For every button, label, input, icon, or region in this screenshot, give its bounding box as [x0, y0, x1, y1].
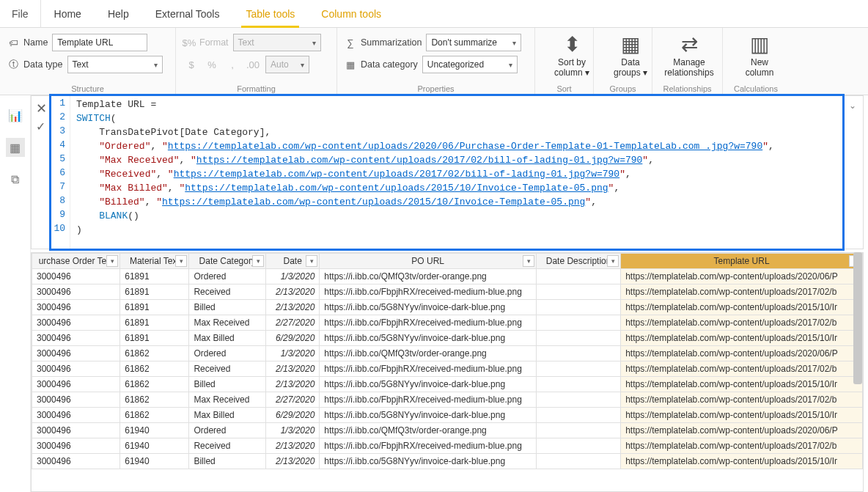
table-row[interactable]: 300049661940Billed2/13/2020https://i.ibb… — [32, 454, 863, 469]
tab-external[interactable]: External Tools — [142, 0, 233, 28]
formula-bar: ✕ ✓ 12345678910Template URL =SWITCH( Tra… — [31, 95, 864, 249]
table-row[interactable]: 300049661862Received2/13/2020https://i.i… — [32, 361, 863, 377]
column-header[interactable]: Date Category▾ — [189, 254, 266, 269]
data-grid[interactable]: urchase Order Text▾Material Text▾Date Ca… — [31, 252, 864, 492]
percent-button[interactable]: % — [204, 56, 220, 73]
filter-icon[interactable]: ▾ — [252, 255, 264, 267]
table-row[interactable]: 300049661891Billed2/13/2020https://i.ibb… — [32, 300, 863, 315]
column-header[interactable]: Material Text▾ — [120, 254, 189, 269]
table-row[interactable]: 300049661891Received2/13/2020https://i.i… — [32, 284, 863, 300]
group-properties: Properties — [345, 83, 527, 93]
model-view-button[interactable]: ⧉ — [6, 170, 25, 189]
sort-icon: ⬍ — [564, 32, 581, 56]
name-input[interactable]: Template URL — [52, 34, 147, 51]
commit-formula-button[interactable]: ✓ — [36, 120, 47, 133]
expand-formula-button[interactable]: ⌄ — [842, 96, 863, 249]
table-row[interactable]: 300049661862Max Received2/27/2020https:/… — [32, 392, 863, 408]
report-view-button[interactable]: 📊 — [6, 106, 25, 125]
currency-button[interactable]: $ — [183, 56, 199, 73]
summarization-label: Summarization — [361, 37, 422, 48]
category-label: Data category — [361, 59, 418, 70]
filter-icon[interactable]: ▾ — [607, 255, 619, 267]
summarization-select[interactable]: Don't summarize▾ — [426, 34, 521, 51]
column-header[interactable]: PO URL▾ — [320, 254, 537, 269]
format-select[interactable]: Text▾ — [233, 34, 321, 51]
manage-relationships-button[interactable]: ⇄ Managerelationships — [660, 31, 718, 78]
category-icon: ▦ — [345, 59, 356, 70]
column-header[interactable]: Template URL▾ — [621, 254, 863, 269]
sort-by-column-button[interactable]: ⬍ Sort bycolumn ▾ — [542, 31, 601, 78]
category-select[interactable]: Uncategorized▾ — [422, 56, 518, 73]
relationships-icon: ⇄ — [681, 32, 698, 56]
group-formatting: Formatting — [183, 83, 329, 93]
tab-column-tools[interactable]: Column tools — [308, 0, 394, 28]
group-sort: Sort — [542, 83, 586, 93]
tab-home[interactable]: Home — [41, 0, 95, 28]
file-tab[interactable]: File — [0, 0, 41, 28]
comma-button[interactable]: , — [224, 56, 240, 73]
chevron-down-icon: ▾ — [512, 39, 516, 47]
table-row[interactable]: 300049661940Ordered1/3/2020https://i.ibb… — [32, 423, 863, 438]
groups-icon: ▦ — [621, 32, 640, 56]
format-label: Format — [199, 37, 229, 48]
top-tabs: File Home Help External Tools Table tool… — [0, 0, 868, 28]
group-calculations: Calculations — [730, 83, 781, 93]
column-header[interactable]: urchase Order Text▾ — [32, 254, 120, 269]
data-view-button[interactable]: ▦ — [6, 138, 25, 157]
tag-icon: 🏷 — [7, 37, 19, 48]
formula-editor[interactable]: 12345678910Template URL =SWITCH( TransDa… — [51, 96, 842, 249]
chevron-down-icon: ▾ — [154, 61, 158, 69]
table-row[interactable]: 300049661940Received2/13/2020https://i.i… — [32, 438, 863, 454]
tab-table-tools[interactable]: Table tools — [232, 0, 308, 28]
new-column-button[interactable]: ▥ Newcolumn — [730, 31, 789, 78]
table-row[interactable]: 300049661891Ordered1/3/2020https://i.ibb… — [32, 269, 863, 284]
table-row[interactable]: 300049661891Max Received2/27/2020https:/… — [32, 315, 863, 331]
filter-icon[interactable]: ▾ — [175, 255, 187, 267]
name-label: Name — [23, 37, 48, 48]
group-structure: Structure — [7, 83, 168, 93]
datatype-select[interactable]: Text▾ — [67, 56, 163, 73]
decimals-input[interactable]: Auto▾ — [265, 56, 309, 73]
sigma-icon: ∑ — [345, 37, 356, 48]
chevron-down-icon: ▾ — [312, 39, 316, 47]
new-column-icon: ▥ — [750, 32, 769, 56]
datatype-icon: ⓣ — [7, 59, 19, 70]
cancel-formula-button[interactable]: ✕ — [36, 100, 47, 117]
table-row[interactable]: 300049661862Max Billed6/29/2020https://i… — [32, 408, 863, 423]
column-header[interactable]: Date Description▾ — [537, 254, 621, 269]
column-header[interactable]: Date▾ — [266, 254, 320, 269]
filter-icon[interactable]: ▾ — [306, 255, 317, 267]
format-icon: $% — [183, 37, 195, 48]
table-row[interactable]: 300049661862Ordered1/3/2020https://i.ibb… — [32, 346, 863, 361]
ribbon: 🏷 Name Template URL ⓣ Data type Text▾ St… — [0, 28, 868, 95]
filter-icon[interactable]: ▾ — [523, 255, 534, 267]
scrollbar-thumb[interactable] — [853, 252, 862, 384]
group-relationships: Relationships — [660, 83, 715, 93]
filter-icon[interactable]: ▾ — [106, 255, 118, 267]
table-row[interactable]: 300049661862Billed2/13/2020https://i.ibb… — [32, 377, 863, 392]
group-groups: Groups — [601, 83, 644, 93]
datatype-label: Data type — [23, 59, 63, 70]
tab-help[interactable]: Help — [95, 0, 142, 28]
chevron-down-icon: ▾ — [509, 61, 512, 69]
table-row[interactable]: 300049661891Max Billed6/29/2020https://i… — [32, 331, 863, 346]
decimal-button[interactable]: .00 — [245, 56, 261, 73]
view-rail: 📊 ▦ ⧉ — [0, 95, 31, 492]
stepper-icon: ▾ — [301, 61, 304, 69]
data-groups-button[interactable]: ▦ Datagroups ▾ — [601, 31, 660, 78]
